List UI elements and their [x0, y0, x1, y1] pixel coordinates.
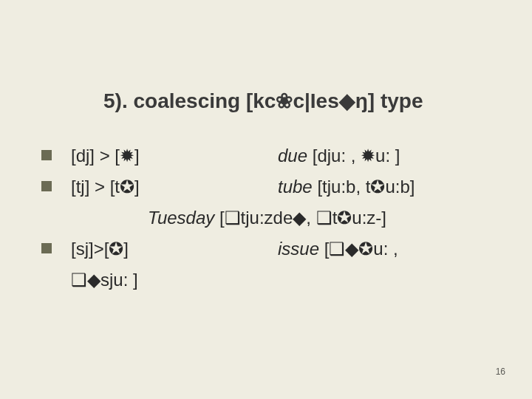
example-ipa-3: [❑◆✪u: , [324, 239, 398, 259]
bullet-row-1: [dj] > [✹] due [dju: , ✹u: ] [37, 143, 495, 169]
bullet-icon [41, 243, 52, 253]
page-number: 16 [496, 366, 505, 377]
bullet-row-2: [tj] > [t✪] tube [tju:b, t✪u:b] [37, 174, 495, 200]
subline-word: Tuesday [148, 208, 219, 228]
lhs-1: [dj] > [✹] [71, 143, 278, 169]
subline-ipa: [❑tju:zde◆, ❑t✪u:z-] [219, 208, 386, 228]
bullet-row-3: [sj]>[✪] issue [❑◆✪u: , [37, 236, 495, 262]
example-word-2: tube [278, 177, 317, 197]
tail-line: ❑◆sju: ] [71, 267, 495, 293]
slide-body: [dj] > [✹] due [dju: , ✹u: ] [tj] > [t✪]… [37, 143, 495, 293]
example-word-1: due [278, 146, 313, 166]
example-word-3: issue [278, 239, 324, 259]
rhs-1: due [dju: , ✹u: ] [278, 143, 495, 169]
bullet-icon [41, 150, 52, 160]
rhs-3: issue [❑◆✪u: , [278, 236, 495, 262]
rhs-2: tube [tju:b, t✪u:b] [278, 174, 495, 200]
example-ipa-2: [tju:b, t✪u:b] [317, 177, 415, 197]
slide: 5). coalescing [kc❀c|Ies◆ŋ] type [dj] > … [0, 0, 532, 399]
lhs-2: [tj] > [t✪] [71, 174, 278, 200]
example-ipa-1: [dju: , ✹u: ] [313, 146, 400, 166]
bullet-icon [41, 181, 52, 191]
subline: Tuesday [❑tju:zde◆, ❑t✪u:z-] [148, 205, 495, 231]
slide-title: 5). coalescing [kc❀c|Ies◆ŋ] type [103, 89, 495, 113]
lhs-3: [sj]>[✪] [71, 236, 278, 262]
